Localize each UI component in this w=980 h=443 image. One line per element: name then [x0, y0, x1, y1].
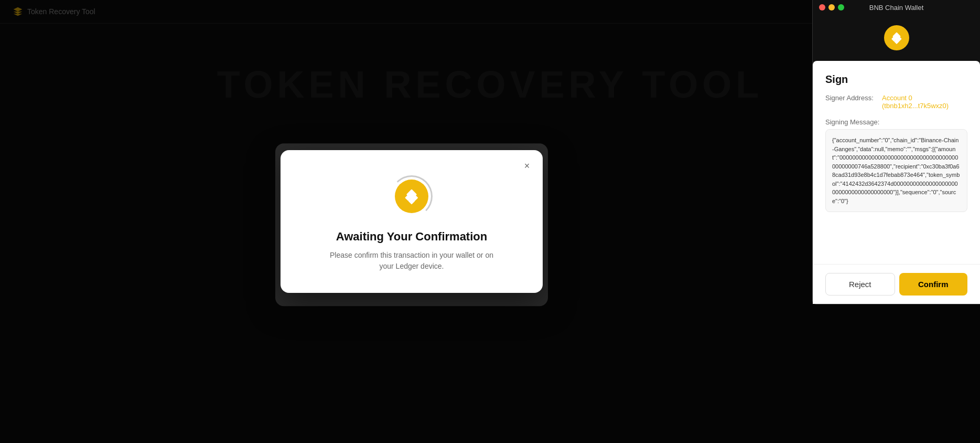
signer-address-value: Account 0 (tbnb1xh2...t7k5wxz0)	[882, 94, 967, 110]
close-window-dot[interactable]	[819, 4, 825, 10]
signing-message-value[interactable]: {"account_number":"0","chain_id":"Binanc…	[825, 129, 967, 212]
wallet-titlebar: BNB Chain Wallet	[813, 0, 980, 15]
loading-spinner	[391, 175, 433, 217]
wallet-logo-area	[813, 15, 980, 61]
modal-title: Awaiting Your Confirmation	[336, 230, 487, 244]
maximize-window-dot[interactable]	[838, 4, 844, 10]
wallet-bnb-logo	[884, 25, 909, 50]
confirmation-modal: × Awaiting Your Confirmation Please conf…	[281, 150, 543, 293]
confirm-button[interactable]: Confirm	[899, 273, 968, 296]
wallet-titlebar-title: BNB Chain Wallet	[869, 4, 924, 12]
wallet-panel: BNB Chain Wallet Sign Signer Address: Ac…	[812, 0, 980, 304]
signer-address-label: Signer Address:	[825, 94, 878, 102]
signing-message-label: Signing Message:	[825, 118, 879, 126]
signer-address-row: Signer Address: Account 0 (tbnb1xh2...t7…	[825, 94, 967, 110]
wallet-sign-panel: Sign Signer Address: Account 0 (tbnb1xh2…	[813, 61, 980, 264]
spinner-bnb-icon	[395, 180, 428, 213]
minimize-window-dot[interactable]	[828, 4, 835, 10]
modal-description: Please confirm this transaction in your …	[328, 250, 496, 272]
wallet-action-buttons: Reject Confirm	[813, 264, 980, 304]
wallet-sign-title: Sign	[825, 73, 967, 86]
close-icon: ×	[524, 161, 530, 172]
modal-close-button[interactable]: ×	[520, 159, 534, 173]
signing-message-row: Signing Message: {"account_number":"0","…	[825, 118, 967, 212]
window-controls	[819, 4, 844, 10]
reject-button[interactable]: Reject	[825, 273, 895, 296]
